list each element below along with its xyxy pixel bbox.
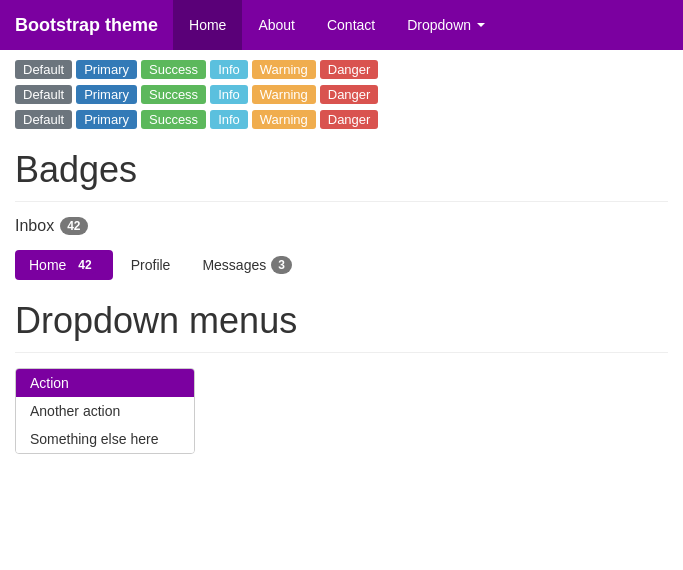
btn-danger-2[interactable]: Danger: [320, 85, 379, 104]
dropdown-item-1[interactable]: Another action: [16, 397, 194, 425]
pill-messages[interactable]: Messages 3: [188, 250, 306, 280]
btn-danger-1[interactable]: Danger: [320, 60, 379, 79]
btn-success-1[interactable]: Success: [141, 60, 206, 79]
nav-items: Home About Contact Dropdown: [173, 0, 501, 50]
btn-success-2[interactable]: Success: [141, 85, 206, 104]
btn-success-3[interactable]: Success: [141, 110, 206, 129]
button-rows: Default Primary Success Info Warning Dan…: [15, 60, 668, 129]
navbar: Bootstrap theme Home About Contact Dropd…: [0, 0, 683, 50]
pill-home[interactable]: Home 42: [15, 250, 113, 280]
dropdown-section-title: Dropdown menus: [15, 300, 668, 342]
btn-info-1[interactable]: Info: [210, 60, 248, 79]
btn-default-3[interactable]: Default: [15, 110, 72, 129]
button-row-1: Default Primary Success Info Warning Dan…: [15, 60, 668, 79]
btn-warning-2[interactable]: Warning: [252, 85, 316, 104]
nav-contact[interactable]: Contact: [311, 0, 391, 50]
dropdown-divider: [15, 352, 668, 353]
inbox-line: Inbox 42: [15, 217, 668, 235]
btn-danger-3[interactable]: Danger: [320, 110, 379, 129]
btn-primary-1[interactable]: Primary: [76, 60, 137, 79]
btn-primary-3[interactable]: Primary: [76, 110, 137, 129]
btn-primary-2[interactable]: Primary: [76, 85, 137, 104]
button-row-3: Default Primary Success Info Warning Dan…: [15, 110, 668, 129]
messages-badge: 3: [271, 256, 292, 274]
btn-warning-1[interactable]: Warning: [252, 60, 316, 79]
button-row-2: Default Primary Success Info Warning Dan…: [15, 85, 668, 104]
nav-home[interactable]: Home: [173, 0, 242, 50]
dropdown-menu-demo: Action Another action Something else her…: [15, 368, 195, 454]
badges-divider: [15, 201, 668, 202]
nav-about[interactable]: About: [242, 0, 311, 50]
btn-default-1[interactable]: Default: [15, 60, 72, 79]
dropdown-menu-header[interactable]: Action: [16, 369, 194, 397]
btn-info-2[interactable]: Info: [210, 85, 248, 104]
inbox-label: Inbox: [15, 217, 54, 235]
btn-default-2[interactable]: Default: [15, 85, 72, 104]
btn-info-3[interactable]: Info: [210, 110, 248, 129]
inbox-badge: 42: [60, 217, 87, 235]
nav-dropdown[interactable]: Dropdown: [391, 0, 501, 50]
brand[interactable]: Bootstrap theme: [10, 0, 173, 50]
btn-warning-3[interactable]: Warning: [252, 110, 316, 129]
home-badge: 42: [71, 256, 98, 274]
main-content: Default Primary Success Info Warning Dan…: [0, 50, 683, 464]
badges-title: Badges: [15, 149, 668, 191]
pills-nav: Home 42 Profile Messages 3: [15, 250, 668, 280]
pill-profile[interactable]: Profile: [117, 250, 185, 280]
caret-icon: [477, 23, 485, 27]
dropdown-item-2[interactable]: Something else here: [16, 425, 194, 453]
